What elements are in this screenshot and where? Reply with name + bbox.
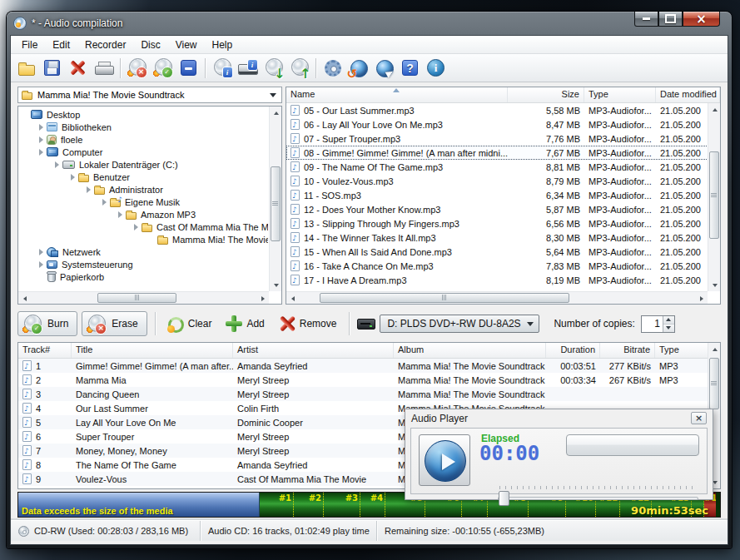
minimize-button[interactable] <box>634 12 658 27</box>
expander-icon[interactable] <box>87 186 91 193</box>
toolbar-button-help[interactable] <box>398 57 422 80</box>
tree-horizontal-scrollbar[interactable] <box>18 291 269 304</box>
play-button[interactable] <box>419 434 470 486</box>
column-header-artist[interactable]: Artist <box>233 343 394 358</box>
scrollbar-thumb[interactable] <box>709 358 719 409</box>
tree-item-folder[interactable]: Amazon MP3 <box>20 208 268 221</box>
file-row[interactable]: 13 - Slipping Through My Fingers.mp3 6,5… <box>286 216 720 230</box>
tree-item-user[interactable]: floele <box>20 133 268 146</box>
track-row[interactable]: 3 Dancing Queen Meryl Streep Mamma Mia! … <box>18 387 720 401</box>
file-row[interactable]: 06 - Lay All Your Love On Me.mp3 8,47 MB… <box>286 117 720 131</box>
column-header-duration[interactable]: Duration <box>546 343 600 358</box>
audio-player-window[interactable]: Audio Player Elapsed 00:00 <box>405 409 713 500</box>
clear-button[interactable]: Clear <box>163 311 217 336</box>
file-row[interactable]: 05 - Our Last Summer.mp3 5,58 MB MP3-Aud… <box>286 103 720 117</box>
toolbar-button-export[interactable] <box>287 57 311 80</box>
column-header-tracknum[interactable]: Track# <box>18 343 72 358</box>
toolbar-button-disc-info[interactable] <box>210 57 234 80</box>
file-row[interactable]: 15 - When All Is Said And Done.mp3 5,64 … <box>286 245 720 259</box>
erase-button[interactable]: Erase <box>82 311 147 336</box>
toolbar-button-recorder-info[interactable] <box>236 57 260 80</box>
tree-item-music-folder[interactable]: Eigene Musik <box>20 196 268 208</box>
menu-item[interactable]: View <box>168 39 205 51</box>
tree-item-network[interactable]: Netzwerk <box>20 245 268 258</box>
volume-slider[interactable] <box>498 486 698 508</box>
expander-icon[interactable] <box>118 211 122 218</box>
stepper-up-button[interactable] <box>663 316 674 325</box>
tree-item-folder[interactable]: Benutzer <box>20 171 268 183</box>
column-header-type[interactable]: Type <box>584 87 656 102</box>
audio-player-close-button[interactable] <box>691 412 707 424</box>
column-header-bitrate[interactable]: Bitrate <box>600 343 655 358</box>
file-list-vertical-scrollbar[interactable] <box>708 103 720 291</box>
scrollbar-thumb[interactable] <box>271 166 281 241</box>
file-row[interactable]: 12 - Does Your Mother Know.mp3 5,87 MB M… <box>286 202 720 216</box>
tree-item-folder[interactable]: Mamma Mia! The Movie S <box>20 233 268 245</box>
drive-select[interactable]: D: PLDS DVD+-RW DU-8A2S <box>380 315 539 333</box>
expander-icon[interactable] <box>134 224 138 230</box>
toolbar-button-erase-disc[interactable] <box>125 57 149 80</box>
slider-handle[interactable] <box>499 491 509 506</box>
file-row[interactable]: 07 - Super Trouper.mp3 7,76 MB MP3-Audio… <box>286 131 720 146</box>
copies-value[interactable]: 1 <box>642 316 663 332</box>
scrollbar-thumb[interactable] <box>709 151 719 239</box>
burn-button[interactable]: Burn <box>17 311 77 336</box>
scrollbar-thumb[interactable] <box>320 293 569 303</box>
file-row[interactable]: 17 - I Have A Dream.mp3 8,19 MB MP3-Audi… <box>286 273 720 287</box>
playback-progress-bar[interactable] <box>566 434 699 456</box>
file-row[interactable]: 16 - Take A Chance On Me.mp3 7,83 MB MP3… <box>286 259 720 273</box>
folder-path-combo[interactable]: Mamma Mia! The Movie Soundtrack <box>17 87 282 103</box>
stepper-down-button[interactable] <box>663 325 674 332</box>
file-row[interactable]: 08 - Gimme! Gimme! Gimme! (A man after m… <box>286 146 720 160</box>
file-row[interactable]: 11 - SOS.mp3 6,34 MB MP3-Audiofor... 21.… <box>286 188 720 202</box>
slider-track[interactable] <box>498 497 698 500</box>
menu-item[interactable]: Disc <box>133 39 167 51</box>
tree-item-drive[interactable]: Lokaler Datenträger (C:) <box>20 158 268 171</box>
remove-button[interactable]: Remove <box>274 311 342 336</box>
toolbar-button-new-folder[interactable] <box>14 57 38 80</box>
scrollbar-thumb[interactable] <box>97 293 176 303</box>
file-list-horizontal-scrollbar[interactable] <box>286 291 708 304</box>
toolbar-button-eject[interactable] <box>176 57 201 80</box>
tree-item-folder[interactable]: Administrator <box>20 183 268 196</box>
close-button[interactable] <box>683 12 720 27</box>
expander-icon[interactable] <box>39 124 43 131</box>
track-row[interactable]: 1 Gimme! Gimme! Gimme! (A man after... A… <box>18 359 720 373</box>
toolbar-button-print[interactable] <box>92 57 116 80</box>
tree-item-control-panel[interactable]: Systemsteuerung <box>20 258 268 270</box>
maximize-button[interactable] <box>658 12 683 27</box>
tree-item-recycle-bin[interactable]: Papierkorb <box>20 270 268 283</box>
menu-item[interactable]: Help <box>205 39 241 51</box>
chevron-down-icon[interactable] <box>270 93 276 97</box>
column-header-date[interactable]: Date modified <box>656 87 720 102</box>
copies-stepper[interactable]: 1 <box>641 315 675 333</box>
audio-player-titlebar[interactable]: Audio Player <box>405 409 713 427</box>
toolbar-button-about[interactable] <box>424 57 448 80</box>
tree-vertical-scrollbar[interactable] <box>269 107 281 291</box>
menu-item[interactable]: File <box>14 39 45 51</box>
toolbar-button-update[interactable] <box>346 57 370 80</box>
toolbar-button-import[interactable] <box>261 57 286 80</box>
track-row[interactable]: 2 Mamma Mia Meryl Streep Mamma Mia! The … <box>18 373 720 387</box>
tree-item-computer[interactable]: Computer <box>20 146 268 158</box>
expander-icon[interactable] <box>39 249 43 255</box>
expander-icon[interactable] <box>71 174 75 181</box>
toolbar-button-website[interactable] <box>372 57 396 80</box>
expander-icon[interactable] <box>39 136 43 143</box>
menu-item[interactable]: Edit <box>45 39 77 51</box>
expander-icon[interactable] <box>102 199 107 206</box>
titlebar[interactable]: * - Audio compilation <box>10 12 728 35</box>
toolbar-button-burn-disc[interactable] <box>151 57 175 80</box>
tree-item-libraries[interactable]: Bibliotheken <box>20 121 268 133</box>
expander-icon[interactable] <box>39 149 43 156</box>
column-header-title[interactable]: Title <box>72 343 233 358</box>
file-row[interactable]: 14 - The Winner Takes It All.mp3 8,30 MB… <box>286 230 720 245</box>
expander-icon[interactable] <box>55 161 59 168</box>
toolbar-button-settings[interactable] <box>320 57 345 80</box>
file-row[interactable]: 09 - The Name Of The Game.mp3 8,81 MB MP… <box>286 160 720 174</box>
menu-item[interactable]: Recorder <box>77 39 133 51</box>
add-button[interactable]: Add <box>221 311 269 336</box>
toolbar-button-delete[interactable] <box>66 57 90 80</box>
column-header-size[interactable]: Size <box>508 87 584 102</box>
tree-item-folder[interactable]: Cast Of Mamma Mia The Mov <box>20 221 268 233</box>
